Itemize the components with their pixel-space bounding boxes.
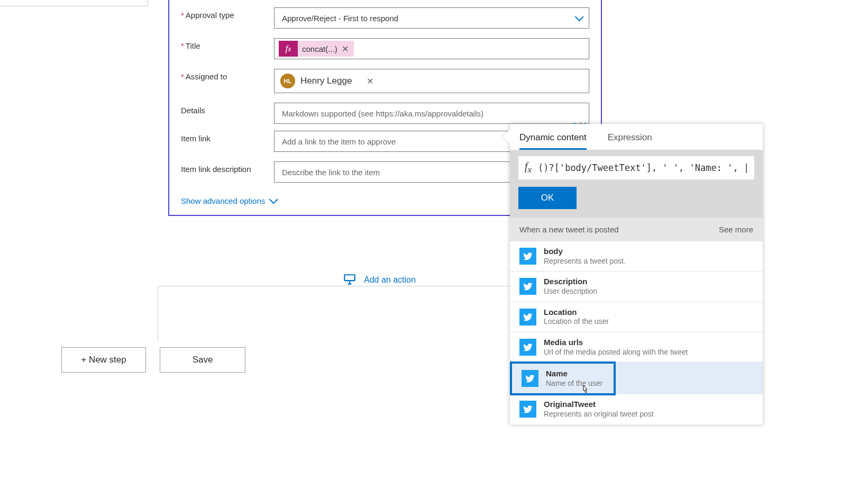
tab-dynamic-content[interactable]: Dynamic content — [519, 132, 587, 150]
twitter-icon — [522, 370, 538, 387]
expression-panel: fx ()?['body/TweetText'], ' ', 'Name: ',… — [510, 150, 763, 218]
section-title: When a new tweet is posted — [519, 225, 619, 234]
expression-text: ()?['body/TweetText'], ' ', 'Name: ', | — [538, 162, 748, 173]
see-more-link[interactable]: See more — [719, 225, 753, 234]
approval-type-select[interactable]: Approve/Reject - First to respond — [274, 7, 589, 29]
twitter-icon — [519, 248, 536, 265]
title-label: Title — [181, 38, 274, 50]
add-an-action-button[interactable]: Add an action — [343, 273, 416, 287]
details-placeholder: Markdown supported (see https://aka.ms/a… — [282, 109, 483, 118]
svg-rect-2 — [344, 275, 355, 281]
left-sidebar-stub — [0, 0, 148, 6]
approval-type-value: Approve/Reject - First to respond — [282, 14, 398, 23]
dynamic-content-popover: Dynamic content Expression fx ()?['body/… — [510, 124, 763, 424]
fx-icon: fx — [525, 160, 532, 175]
assigned-to-input[interactable]: HL Henry Legge ✕ — [274, 69, 589, 93]
dynamic-item-name-row[interactable]: Name Name of the user — [510, 363, 763, 394]
details-input[interactable]: Markdown supported (see https://aka.ms/a… — [274, 103, 589, 124]
save-button[interactable]: Save — [160, 347, 245, 373]
dynamic-item-originaltweet[interactable]: OriginalTweet Represents an original twe… — [510, 394, 763, 424]
remove-expression-icon[interactable]: ✕ — [342, 44, 349, 54]
popover-tabs: Dynamic content Expression — [510, 124, 763, 150]
twitter-icon — [519, 278, 536, 295]
twitter-icon — [519, 339, 536, 356]
chevron-down-icon — [575, 14, 581, 23]
item-link-desc-placeholder: Describe the link to the item — [282, 168, 380, 177]
expression-pill-text: concat(...) — [298, 44, 342, 53]
title-input[interactable]: fx concat(...) ✕ — [274, 38, 589, 59]
fx-icon: fx — [279, 41, 298, 57]
expression-pill[interactable]: fx concat(...) ✕ — [279, 41, 354, 57]
chevron-down-icon — [269, 196, 276, 205]
approval-type-label: Approval type — [181, 7, 274, 20]
person-pill[interactable]: HL Henry Legge ✕ — [279, 72, 377, 90]
ok-button[interactable]: OK — [518, 187, 577, 209]
avatar: HL — [280, 74, 295, 88]
item-link-desc-label: Item link description — [181, 161, 274, 174]
item-link-placeholder: Add a link to the item to approve — [282, 137, 396, 146]
twitter-icon — [519, 401, 536, 418]
add-action-icon — [343, 273, 357, 287]
dynamic-item-location[interactable]: Location Location of the user — [510, 302, 763, 332]
dynamic-item-description[interactable]: Description User description — [510, 272, 763, 302]
show-advanced-options-toggle[interactable]: Show advanced options — [181, 196, 276, 205]
person-name: Henry Legge — [300, 76, 352, 86]
dynamic-item-media-urls[interactable]: Media urls Url of the media posted along… — [510, 332, 763, 363]
twitter-icon — [519, 309, 536, 326]
dynamic-item-name[interactable]: Name Name of the user — [510, 362, 616, 395]
item-link-label: Item link — [181, 131, 274, 143]
details-label: Details — [181, 103, 274, 115]
tab-expression[interactable]: Expression — [608, 132, 652, 150]
dynamic-content-section-header: When a new tweet is posted See more — [510, 218, 763, 241]
new-step-button[interactable]: + New step — [61, 347, 146, 373]
assigned-to-label: Assigned to — [181, 69, 274, 81]
remove-person-icon[interactable]: ✕ — [367, 76, 373, 86]
dynamic-item-body[interactable]: body Represents a tweet post. — [510, 241, 763, 272]
popover-caret — [502, 129, 510, 144]
expression-editor[interactable]: fx ()?['body/TweetText'], ' ', 'Name: ',… — [518, 156, 754, 179]
